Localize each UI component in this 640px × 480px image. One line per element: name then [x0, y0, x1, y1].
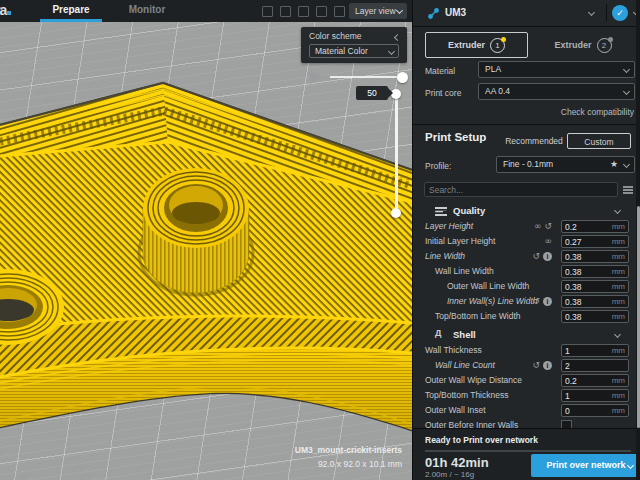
- setting-unit: mm: [612, 297, 625, 306]
- profile-dropdown[interactable]: Fine - 0.1mm ★: [496, 156, 635, 173]
- layer-slider-bottom-handle[interactable]: [391, 208, 401, 218]
- setting-value-box[interactable]: mm: [561, 404, 629, 417]
- viewport-toolbar: [262, 6, 345, 17]
- model-name: UM3_mount-crickit-inserts: [295, 445, 402, 455]
- setting-unit: mm: [612, 282, 625, 291]
- mode-custom-button[interactable]: Custom: [567, 133, 631, 149]
- viewport-3d[interactable]: ra Prepare Monitor Layer view Color sche…: [0, 0, 412, 480]
- setting-unit: mm: [612, 406, 625, 415]
- setting-label: Outer Wall Inset: [425, 405, 486, 415]
- network-printer-icon: [427, 7, 440, 20]
- printer-header: UM3 ✓: [413, 0, 640, 27]
- info-icon[interactable]: i: [543, 361, 552, 370]
- setting-value-box[interactable]: mm: [561, 220, 629, 233]
- setting-icons: ↺i: [532, 294, 552, 309]
- info-icon[interactable]: i: [543, 297, 552, 306]
- setting-value-box[interactable]: mm: [561, 374, 629, 387]
- setting-value-input[interactable]: [565, 311, 607, 322]
- setting-value-input[interactable]: [565, 360, 607, 371]
- mode-recommended-button[interactable]: Recommended: [501, 133, 567, 149]
- setting-value-input[interactable]: [565, 266, 607, 277]
- extruder-1-material-dot: [501, 37, 506, 42]
- tab-extruder-2[interactable]: Extruder 2: [531, 32, 635, 58]
- setting-value-box[interactable]: mm: [561, 265, 629, 278]
- setting-value-input[interactable]: [565, 236, 607, 247]
- setting-value-box[interactable]: mm: [561, 295, 629, 308]
- setting-value-input[interactable]: [565, 251, 607, 262]
- setting-checkbox[interactable]: [561, 420, 572, 428]
- info-icon[interactable]: i: [543, 252, 552, 261]
- setting-row: Top/Bottom Thicknessmm: [413, 388, 636, 403]
- profile-label: Profile:: [425, 161, 451, 171]
- view-side-icon[interactable]: [334, 6, 345, 17]
- setting-value-input[interactable]: [565, 405, 607, 416]
- chevron-down-icon: [627, 462, 634, 469]
- revert-icon[interactable]: ↺: [532, 297, 540, 306]
- link-icon[interactable]: ∞: [545, 237, 553, 246]
- sidebar-panel: UM3 ✓ Extruder 1 Extruder 2 Material PLA…: [412, 0, 640, 480]
- color-scheme-dropdown[interactable]: Material Color: [309, 44, 399, 58]
- setting-value-box[interactable]: [561, 359, 629, 372]
- simulation-slider[interactable]: [330, 76, 404, 78]
- setting-row: Outer Before Inner Walls: [413, 418, 636, 428]
- material-dropdown[interactable]: PLA: [478, 61, 635, 78]
- tab-prepare[interactable]: Prepare: [40, 4, 102, 15]
- scrollbar-handle[interactable]: [637, 206, 640, 428]
- view-top-icon[interactable]: [316, 6, 327, 17]
- view-3d-icon[interactable]: [280, 6, 291, 17]
- setting-row: Wall Line Count↺i: [413, 358, 636, 373]
- setting-value-input[interactable]: [565, 345, 607, 356]
- print-time: 01h 42min: [425, 455, 489, 470]
- status-text: Ready to Print over network: [425, 435, 538, 445]
- settings-list[interactable]: QualityLayer Height∞↺mmInitial Layer Hei…: [413, 200, 636, 428]
- tab-extruder-1[interactable]: Extruder 1: [425, 32, 528, 58]
- view-mode-dropdown[interactable]: Layer view: [349, 3, 407, 19]
- extruder-1-number: 1: [490, 38, 505, 53]
- section-header-shell[interactable]: ДShell: [413, 328, 636, 343]
- chevron-down-icon: [614, 331, 621, 338]
- revert-icon[interactable]: ↺: [532, 252, 540, 261]
- setting-value-input[interactable]: [565, 296, 607, 307]
- print-core-label: Print core: [425, 88, 461, 98]
- setting-value-box[interactable]: mm: [561, 280, 629, 293]
- play-icon[interactable]: [310, 70, 322, 84]
- setting-value-box[interactable]: mm: [561, 344, 629, 357]
- check-compatibility-link[interactable]: Check compatibility: [561, 107, 634, 117]
- setting-value-input[interactable]: [565, 375, 607, 386]
- tab-monitor[interactable]: Monitor: [118, 4, 176, 15]
- print-over-network-button[interactable]: Print over network: [531, 454, 640, 477]
- setting-value-input[interactable]: [565, 390, 607, 401]
- print-core-dropdown[interactable]: AA 0.4: [478, 83, 635, 100]
- view-front-icon[interactable]: [298, 6, 309, 17]
- setting-value-box[interactable]: mm: [561, 250, 629, 263]
- search-input[interactable]: [424, 182, 618, 197]
- chevron-left-icon[interactable]: [394, 34, 401, 41]
- revert-icon[interactable]: ↺: [532, 361, 540, 370]
- link-icon[interactable]: ∞: [534, 222, 542, 231]
- section-header-quality[interactable]: Quality: [413, 204, 636, 219]
- star-icon[interactable]: ★: [610, 157, 618, 172]
- setting-label: Top/Bottom Line Width: [435, 311, 521, 321]
- setting-value-input[interactable]: [565, 221, 607, 232]
- setting-label: Outer Before Inner Walls: [425, 420, 518, 428]
- simulation-slider-handle[interactable]: [397, 72, 408, 83]
- setting-value-box[interactable]: mm: [561, 235, 629, 248]
- setting-label: Outer Wall Line Width: [447, 281, 529, 291]
- setting-label: Wall Line Width: [435, 266, 494, 276]
- setting-unit: mm: [612, 312, 625, 321]
- setting-unit: mm: [612, 376, 625, 385]
- setting-value-box[interactable]: mm: [561, 310, 629, 323]
- settings-filter-icon[interactable]: [623, 186, 633, 188]
- setting-value-box[interactable]: mm: [561, 389, 629, 402]
- layer-slider[interactable]: [395, 93, 398, 213]
- setting-icons: ↺i: [532, 249, 552, 264]
- scrollbar-track[interactable]: [636, 0, 640, 480]
- printer-dropdown-chevron[interactable]: [588, 9, 595, 16]
- connected-check-icon[interactable]: ✓: [612, 5, 628, 21]
- setting-row: Wall Thicknessmm: [413, 343, 636, 358]
- header-divider: [606, 4, 607, 21]
- setting-value-input[interactable]: [565, 281, 607, 292]
- tab-prepare-underline: [40, 19, 102, 22]
- save-icon[interactable]: [262, 6, 273, 17]
- revert-icon[interactable]: ↺: [544, 222, 552, 231]
